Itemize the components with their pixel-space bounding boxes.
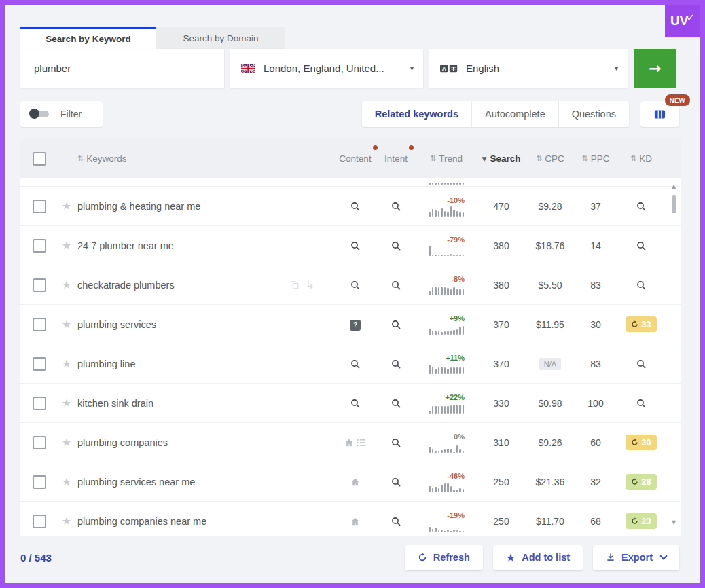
cpc-value: $9.28	[538, 201, 562, 212]
column-header-kd[interactable]: ⇅ KD	[616, 153, 666, 164]
favorite-star-icon[interactable]: ★	[62, 318, 71, 331]
export-button[interactable]: Export	[593, 545, 679, 570]
row-checkbox[interactable]	[33, 239, 46, 253]
row-checkbox[interactable]	[33, 318, 46, 331]
refresh-button[interactable]: Refresh	[405, 545, 483, 570]
row-checkbox[interactable]	[33, 357, 46, 371]
kd-search-icon[interactable]	[636, 359, 647, 369]
content-search-icon[interactable]	[350, 359, 361, 369]
language-select[interactable]: A English ▾	[429, 49, 628, 88]
row-checkbox[interactable]	[33, 397, 46, 410]
vertical-scrollbar[interactable]: ▲ ▼	[666, 178, 681, 536]
table-row: ★ kitchen sink drain +22% 330 $0.98 100	[20, 384, 681, 423]
content-search-icon[interactable]	[350, 398, 361, 409]
intent-search-icon[interactable]	[391, 240, 401, 251]
intent-search-icon[interactable]	[391, 398, 401, 409]
column-header-keywords[interactable]: ⇅ Keywords	[77, 153, 333, 164]
kd-score-badge[interactable]: 23	[626, 513, 656, 529]
tab-search-by-keyword[interactable]: Search by Keyword	[20, 27, 156, 49]
search-submit-button[interactable]: →	[634, 49, 676, 88]
intent-search-icon[interactable]	[391, 359, 401, 369]
table-row: ★ plumbing line +11% 370 N/A 83	[20, 344, 681, 384]
tab-related-keywords[interactable]: Related keywords	[362, 101, 472, 127]
trend-percent: +9%	[428, 314, 465, 323]
filter-button[interactable]: Filter	[20, 101, 103, 127]
filter-toggle-switch[interactable]	[31, 111, 49, 117]
kd-search-icon[interactable]	[636, 280, 647, 291]
column-header-trend[interactable]: ⇅ Trend	[415, 153, 477, 164]
content-search-icon[interactable]	[350, 240, 361, 251]
intent-search-icon[interactable]	[391, 477, 401, 488]
kd-score-value: 28	[641, 477, 651, 487]
keyword-input[interactable]	[33, 62, 217, 75]
favorite-star-icon[interactable]: ★	[62, 278, 71, 291]
favorite-star-icon[interactable]: ★	[62, 515, 71, 528]
row-checkbox[interactable]	[33, 436, 46, 449]
column-label: Content	[339, 153, 371, 164]
scroll-up-arrow-icon[interactable]: ▲	[672, 183, 676, 189]
row-checkbox[interactable]	[33, 515, 46, 528]
cpc-value: $11.70	[536, 516, 564, 527]
search-volume: 310	[493, 437, 509, 448]
table-body: ★ plumbing & heating near me -10% 470 $9…	[20, 178, 681, 536]
favorite-star-icon[interactable]: ★	[62, 200, 71, 213]
keyword-view-tabs: Related keywords Autocomplete Questions	[362, 101, 629, 127]
intent-search-icon[interactable]	[391, 319, 401, 330]
trend-sparkline	[429, 481, 464, 492]
checkmark-icon: ✓	[686, 12, 695, 24]
kd-score-badge[interactable]: 28	[626, 474, 656, 490]
intent-search-icon[interactable]	[391, 516, 401, 527]
column-header-ppc[interactable]: ⇅ PPC	[575, 153, 616, 164]
search-volume: 370	[493, 319, 509, 330]
row-checkbox[interactable]	[33, 278, 46, 292]
tab-search-by-domain[interactable]: Search by Domain	[156, 27, 285, 49]
intent-search-icon[interactable]	[391, 201, 401, 212]
translate-icon: A	[440, 63, 458, 74]
sort-icon: ⇅	[77, 154, 84, 163]
favorite-star-icon[interactable]: ★	[62, 239, 71, 252]
ppc-value: 30	[590, 319, 601, 330]
refresh-icon	[631, 320, 638, 328]
column-header-content: Content	[333, 153, 377, 164]
trend-sparkline	[429, 521, 464, 532]
ppc-value: 37	[590, 201, 601, 212]
scrollbar-thumb[interactable]	[672, 195, 676, 213]
favorite-star-icon[interactable]: ★	[62, 436, 71, 449]
table-columns-icon	[653, 108, 666, 121]
favorite-star-icon[interactable]: ★	[62, 397, 71, 409]
kd-score-badge[interactable]: 30	[626, 435, 656, 450]
add-to-list-button[interactable]: ★ Add to list	[493, 545, 583, 570]
download-icon	[606, 553, 615, 562]
intent-search-icon[interactable]	[391, 437, 401, 448]
column-header-cpc[interactable]: ⇅ CPC	[525, 153, 575, 164]
search-volume: 380	[493, 240, 509, 251]
cpc-value: $9.26	[538, 437, 562, 448]
refresh-icon	[631, 439, 638, 446]
content-search-icon[interactable]	[350, 201, 361, 212]
kd-search-icon[interactable]	[636, 201, 647, 212]
column-header-search[interactable]: ▼ Search	[477, 153, 525, 164]
cpc-na-badge: N/A	[539, 358, 561, 370]
kd-search-icon[interactable]	[636, 240, 647, 251]
tab-autocomplete[interactable]: Autocomplete	[472, 101, 559, 127]
select-all-checkbox[interactable]	[33, 152, 46, 166]
sort-icon: ⇅	[582, 154, 588, 163]
table-row: ★ 24 7 plumber near me -79% 380 $18.76 1…	[20, 226, 681, 265]
content-question-badge[interactable]: ?	[350, 318, 361, 331]
manage-columns-button[interactable]: NEW	[640, 101, 679, 127]
kd-score-badge[interactable]: 33	[626, 316, 656, 332]
content-search-icon[interactable]	[350, 280, 361, 291]
tab-questions[interactable]: Questions	[559, 101, 629, 127]
column-label: Trend	[439, 153, 463, 164]
location-select[interactable]: London, England, United... ▾	[230, 49, 423, 88]
intent-search-icon[interactable]	[391, 280, 401, 291]
row-checkbox[interactable]	[33, 475, 46, 489]
table-row: ★ checkatrade plumbers↳ -8% 380 $5.50 83	[20, 265, 681, 305]
kd-search-icon[interactable]	[636, 398, 647, 409]
favorite-star-icon[interactable]: ★	[62, 357, 71, 370]
trend-percent: +22%	[428, 393, 465, 401]
keyword-input-box	[20, 49, 224, 88]
row-checkbox[interactable]	[33, 200, 46, 213]
favorite-star-icon[interactable]: ★	[62, 475, 71, 488]
scroll-down-arrow-icon[interactable]: ▼	[672, 519, 676, 526]
